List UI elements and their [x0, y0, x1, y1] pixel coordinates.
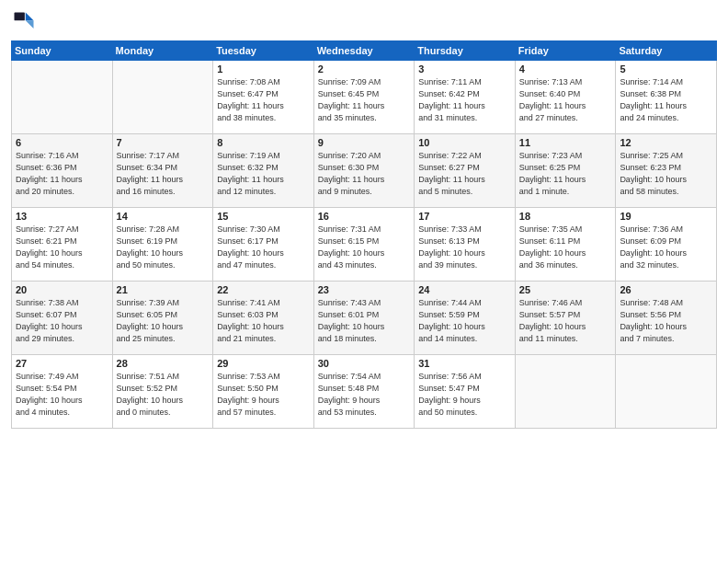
- weekday-header: Saturday: [616, 41, 717, 61]
- weekday-header: Thursday: [415, 41, 516, 61]
- day-info: Sunrise: 7:51 AM Sunset: 5:52 PM Dayligh…: [117, 371, 210, 419]
- calendar-week-row: 27Sunrise: 7:49 AM Sunset: 5:54 PM Dayli…: [12, 355, 717, 429]
- logo-icon: [11, 9, 37, 35]
- calendar-cell: 5Sunrise: 7:14 AM Sunset: 6:38 PM Daylig…: [616, 61, 717, 134]
- day-info: Sunrise: 7:46 AM Sunset: 5:57 PM Dayligh…: [519, 297, 612, 345]
- day-number: 30: [318, 358, 411, 369]
- calendar-cell: 6Sunrise: 7:16 AM Sunset: 6:36 PM Daylig…: [12, 134, 113, 208]
- calendar-cell: 10Sunrise: 7:22 AM Sunset: 6:27 PM Dayli…: [415, 134, 516, 208]
- day-number: 23: [318, 284, 411, 295]
- day-info: Sunrise: 7:20 AM Sunset: 6:30 PM Dayligh…: [318, 150, 411, 198]
- calendar-cell: 8Sunrise: 7:19 AM Sunset: 6:32 PM Daylig…: [213, 134, 314, 208]
- calendar-cell: [616, 355, 717, 429]
- day-number: 2: [318, 63, 411, 75]
- day-number: 31: [418, 358, 511, 369]
- day-number: 17: [418, 211, 511, 222]
- day-number: 16: [318, 211, 411, 222]
- header: [11, 9, 717, 35]
- day-number: 10: [418, 137, 511, 148]
- calendar-cell: 3Sunrise: 7:11 AM Sunset: 6:42 PM Daylig…: [415, 61, 516, 134]
- svg-marker-1: [26, 13, 34, 21]
- day-info: Sunrise: 7:44 AM Sunset: 5:59 PM Dayligh…: [418, 297, 511, 345]
- day-info: Sunrise: 7:19 AM Sunset: 6:32 PM Dayligh…: [217, 150, 310, 198]
- day-number: 24: [418, 284, 511, 295]
- day-info: Sunrise: 7:33 AM Sunset: 6:13 PM Dayligh…: [418, 224, 511, 271]
- day-info: Sunrise: 7:17 AM Sunset: 6:34 PM Dayligh…: [117, 150, 210, 198]
- day-info: Sunrise: 7:28 AM Sunset: 6:19 PM Dayligh…: [117, 224, 210, 271]
- day-info: Sunrise: 7:48 AM Sunset: 5:56 PM Dayligh…: [620, 297, 712, 345]
- calendar-cell: 21Sunrise: 7:39 AM Sunset: 6:05 PM Dayli…: [112, 282, 213, 355]
- calendar-table: SundayMondayTuesdayWednesdayThursdayFrid…: [11, 40, 717, 429]
- calendar-cell: 28Sunrise: 7:51 AM Sunset: 5:52 PM Dayli…: [112, 355, 213, 429]
- day-info: Sunrise: 7:36 AM Sunset: 6:09 PM Dayligh…: [620, 224, 712, 271]
- calendar-cell: 20Sunrise: 7:38 AM Sunset: 6:07 PM Dayli…: [12, 282, 113, 355]
- calendar-week-row: 6Sunrise: 7:16 AM Sunset: 6:36 PM Daylig…: [12, 134, 717, 208]
- calendar-cell: 15Sunrise: 7:30 AM Sunset: 6:17 PM Dayli…: [213, 208, 314, 282]
- calendar-cell: 16Sunrise: 7:31 AM Sunset: 6:15 PM Dayli…: [313, 208, 415, 282]
- calendar-cell: 1Sunrise: 7:08 AM Sunset: 6:47 PM Daylig…: [213, 61, 314, 134]
- page-container: SundayMondayTuesdayWednesdayThursdayFrid…: [0, 0, 728, 563]
- svg-rect-3: [15, 13, 25, 21]
- calendar-week-row: 20Sunrise: 7:38 AM Sunset: 6:07 PM Dayli…: [12, 282, 717, 355]
- day-number: 5: [620, 63, 712, 75]
- day-number: 14: [117, 211, 210, 222]
- day-number: 4: [519, 63, 612, 75]
- day-info: Sunrise: 7:49 AM Sunset: 5:54 PM Dayligh…: [16, 371, 108, 419]
- calendar-cell: 2Sunrise: 7:09 AM Sunset: 6:45 PM Daylig…: [313, 61, 415, 134]
- day-number: 12: [620, 137, 712, 148]
- weekday-header: Wednesday: [313, 41, 415, 61]
- day-number: 15: [217, 211, 310, 222]
- day-info: Sunrise: 7:16 AM Sunset: 6:36 PM Dayligh…: [16, 150, 108, 198]
- calendar-cell: 31Sunrise: 7:56 AM Sunset: 5:47 PM Dayli…: [415, 355, 516, 429]
- day-number: 21: [117, 284, 210, 295]
- calendar-cell: 17Sunrise: 7:33 AM Sunset: 6:13 PM Dayli…: [415, 208, 516, 282]
- calendar-cell: 11Sunrise: 7:23 AM Sunset: 6:25 PM Dayli…: [515, 134, 616, 208]
- calendar-cell: 23Sunrise: 7:43 AM Sunset: 6:01 PM Dayli…: [313, 282, 415, 355]
- day-number: 18: [519, 211, 612, 222]
- day-info: Sunrise: 7:27 AM Sunset: 6:21 PM Dayligh…: [16, 224, 108, 271]
- day-info: Sunrise: 7:38 AM Sunset: 6:07 PM Dayligh…: [16, 297, 108, 345]
- calendar-cell: [112, 61, 213, 134]
- day-info: Sunrise: 7:13 AM Sunset: 6:40 PM Dayligh…: [519, 76, 612, 124]
- day-number: 20: [16, 284, 108, 295]
- day-number: 6: [16, 137, 108, 148]
- day-info: Sunrise: 7:41 AM Sunset: 6:03 PM Dayligh…: [217, 297, 310, 345]
- weekday-header: Friday: [515, 41, 616, 61]
- calendar-cell: 27Sunrise: 7:49 AM Sunset: 5:54 PM Dayli…: [12, 355, 113, 429]
- day-info: Sunrise: 7:22 AM Sunset: 6:27 PM Dayligh…: [418, 150, 511, 198]
- weekday-header: Monday: [112, 41, 213, 61]
- calendar-cell: 30Sunrise: 7:54 AM Sunset: 5:48 PM Dayli…: [313, 355, 415, 429]
- weekday-header: Sunday: [12, 41, 113, 61]
- day-number: 1: [217, 63, 310, 75]
- day-number: 29: [217, 358, 310, 369]
- day-number: 22: [217, 284, 310, 295]
- calendar-cell: 25Sunrise: 7:46 AM Sunset: 5:57 PM Dayli…: [515, 282, 616, 355]
- calendar-cell: 14Sunrise: 7:28 AM Sunset: 6:19 PM Dayli…: [112, 208, 213, 282]
- calendar-cell: 18Sunrise: 7:35 AM Sunset: 6:11 PM Dayli…: [515, 208, 616, 282]
- day-number: 13: [16, 211, 108, 222]
- day-number: 11: [519, 137, 612, 148]
- logo: [11, 9, 40, 35]
- day-number: 9: [318, 137, 411, 148]
- day-info: Sunrise: 7:23 AM Sunset: 6:25 PM Dayligh…: [519, 150, 612, 198]
- day-info: Sunrise: 7:25 AM Sunset: 6:23 PM Dayligh…: [620, 150, 712, 198]
- calendar-cell: 7Sunrise: 7:17 AM Sunset: 6:34 PM Daylig…: [112, 134, 213, 208]
- day-number: 28: [117, 358, 210, 369]
- calendar-cell: 4Sunrise: 7:13 AM Sunset: 6:40 PM Daylig…: [515, 61, 616, 134]
- day-info: Sunrise: 7:08 AM Sunset: 6:47 PM Dayligh…: [217, 76, 310, 124]
- weekday-header: Tuesday: [213, 41, 314, 61]
- day-number: 19: [620, 211, 712, 222]
- day-info: Sunrise: 7:35 AM Sunset: 6:11 PM Dayligh…: [519, 224, 612, 271]
- day-info: Sunrise: 7:43 AM Sunset: 6:01 PM Dayligh…: [318, 297, 411, 345]
- calendar-cell: 24Sunrise: 7:44 AM Sunset: 5:59 PM Dayli…: [415, 282, 516, 355]
- day-number: 26: [620, 284, 712, 295]
- calendar-cell: 22Sunrise: 7:41 AM Sunset: 6:03 PM Dayli…: [213, 282, 314, 355]
- calendar-cell: 13Sunrise: 7:27 AM Sunset: 6:21 PM Dayli…: [12, 208, 113, 282]
- day-info: Sunrise: 7:54 AM Sunset: 5:48 PM Dayligh…: [318, 371, 411, 419]
- weekday-header-row: SundayMondayTuesdayWednesdayThursdayFrid…: [12, 41, 717, 61]
- calendar-week-row: 13Sunrise: 7:27 AM Sunset: 6:21 PM Dayli…: [12, 208, 717, 282]
- day-info: Sunrise: 7:14 AM Sunset: 6:38 PM Dayligh…: [620, 76, 712, 124]
- day-number: 25: [519, 284, 612, 295]
- day-number: 8: [217, 137, 310, 148]
- calendar-cell: [515, 355, 616, 429]
